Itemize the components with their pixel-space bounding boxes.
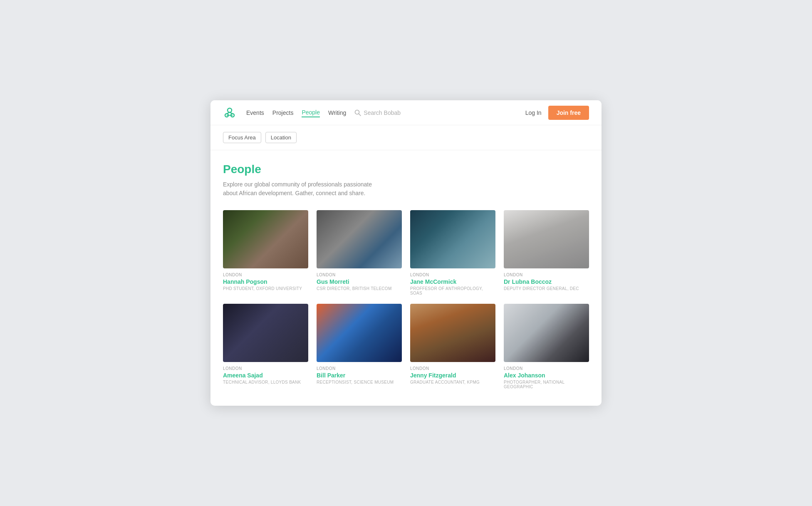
svg-line-3 xyxy=(227,112,230,114)
focus-area-filter[interactable]: Focus Area xyxy=(223,132,261,143)
person-location: LONDON xyxy=(410,366,495,371)
person-name: Dr Lubna Boccoz xyxy=(504,278,589,285)
person-photo xyxy=(410,304,495,362)
person-name: Bill Parker xyxy=(317,372,402,379)
person-photo xyxy=(223,210,308,268)
person-name: Jane McCormick xyxy=(410,278,495,285)
person-card[interactable]: LONDON Jenny Fitzgerald GRADUATE ACCOUNT… xyxy=(410,304,495,389)
person-role: TECHNICAL ADVISOR, LLOYDS BANK xyxy=(223,380,308,384)
person-location: LONDON xyxy=(223,366,308,371)
person-role: RECEPTIONSIST, SCIENCE MUSEUM xyxy=(317,380,402,384)
filter-bar: Focus Area Location xyxy=(210,125,602,150)
person-role: CSR DIRECTOR, BRITISH TELECOM xyxy=(317,286,402,291)
nav-events[interactable]: Events xyxy=(246,109,264,117)
person-role: PHOTOGRAPHER, NATIONAL GEOGRAPHIC xyxy=(504,380,589,389)
person-card[interactable]: LONDON Hannah Pogson PHD STUDENT, OXFORD… xyxy=(223,210,308,295)
person-location: LONDON xyxy=(410,273,495,277)
person-location: LONDON xyxy=(317,366,402,371)
nav-links: Events Projects People Writing Search Bo… xyxy=(246,108,525,117)
person-name: Alex Johanson xyxy=(504,372,589,379)
person-location: LONDON xyxy=(504,366,589,371)
person-name: Ameena Sajad xyxy=(223,372,308,379)
svg-point-0 xyxy=(228,108,232,112)
nav-writing[interactable]: Writing xyxy=(328,109,346,117)
search-icon xyxy=(354,109,361,116)
browser-window: Events Projects People Writing Search Bo… xyxy=(210,100,602,406)
search-area[interactable]: Search Bobab xyxy=(354,109,401,116)
person-card[interactable]: LONDON Alex Johanson PHOTOGRAPHER, NATIO… xyxy=(504,304,589,389)
person-name: Hannah Pogson xyxy=(223,278,308,285)
search-placeholder: Search Bobab xyxy=(364,109,401,116)
nav-right: Log In Join free xyxy=(525,106,589,120)
person-role: PHD STUDENT, OXFORD UNIVERSITY xyxy=(223,286,308,291)
main-content: People Explore our global community of p… xyxy=(210,150,602,406)
person-photo xyxy=(317,210,402,268)
nav-projects[interactable]: Projects xyxy=(272,109,294,117)
login-button[interactable]: Log In xyxy=(525,109,542,116)
person-photo xyxy=(504,210,589,268)
person-photo xyxy=(223,304,308,362)
person-card[interactable]: LONDON Jane McCormick PROFFESOR OF ANTHR… xyxy=(410,210,495,295)
person-photo xyxy=(504,304,589,362)
person-role: DEPUTY DIRECTOR GENERAL, DEC xyxy=(504,286,589,291)
person-card[interactable]: LONDON Ameena Sajad TECHNICAL ADVISOR, L… xyxy=(223,304,308,389)
join-button[interactable]: Join free xyxy=(548,106,589,120)
person-location: LONDON xyxy=(223,273,308,277)
page-description: Explore our global community of professi… xyxy=(223,180,589,198)
nav-people[interactable]: People xyxy=(302,108,320,117)
svg-line-7 xyxy=(359,114,361,116)
svg-line-4 xyxy=(230,112,233,114)
person-role: PROFFESOR OF ANTHROPOLOGY, SOAS xyxy=(410,286,495,295)
people-grid: LONDON Hannah Pogson PHD STUDENT, OXFORD… xyxy=(223,210,589,389)
person-name: Gus Morreti xyxy=(317,278,402,285)
person-name: Jenny Fitzgerald xyxy=(410,372,495,379)
person-role: GRADUATE ACCOUNTANT, KPMG xyxy=(410,380,495,384)
person-card[interactable]: LONDON Dr Lubna Boccoz DEPUTY DIRECTOR G… xyxy=(504,210,589,295)
navbar: Events Projects People Writing Search Bo… xyxy=(210,100,602,125)
person-location: LONDON xyxy=(504,273,589,277)
logo[interactable] xyxy=(223,106,236,119)
person-card[interactable]: LONDON Bill Parker RECEPTIONSIST, SCIENC… xyxy=(317,304,402,389)
page-title: People xyxy=(223,163,589,176)
person-location: LONDON xyxy=(317,273,402,277)
person-photo xyxy=(410,210,495,268)
person-card[interactable]: LONDON Gus Morreti CSR DIRECTOR, BRITISH… xyxy=(317,210,402,295)
person-photo xyxy=(317,304,402,362)
location-filter[interactable]: Location xyxy=(265,132,297,143)
